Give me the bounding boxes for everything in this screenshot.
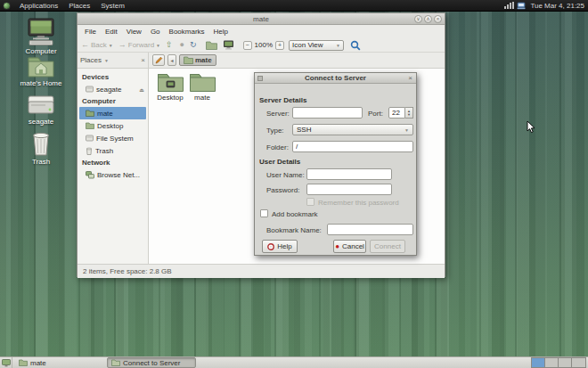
dialog-titlebar[interactable]: Connect to Server × (255, 73, 416, 84)
desktop-icon-computer[interactable]: Computer (9, 18, 73, 55)
file-mate-folder[interactable]: mate (186, 72, 218, 102)
path-button-mate[interactable]: mate (179, 54, 216, 66)
workspace-3[interactable] (559, 358, 572, 367)
close-icon[interactable]: × (434, 15, 442, 23)
sidebar-close-icon[interactable]: × (141, 56, 145, 64)
path-bar: ◂ mate (149, 53, 445, 68)
menu-bookmarks[interactable]: Bookmarks (165, 28, 209, 36)
eject-icon[interactable]: ⏏ (139, 86, 148, 93)
minimize-icon[interactable]: ∨ (414, 15, 422, 23)
network-signal-icon[interactable] (504, 2, 514, 9)
sidebar-item-browse-network[interactable]: Browse Net... (78, 168, 148, 181)
desktop-icon-trash[interactable]: Trash (9, 130, 73, 166)
toolbar: ← Back ▼ → Forward ▼ ⇧ ● ↻ (78, 38, 445, 53)
dialog-close-icon[interactable]: × (408, 74, 416, 82)
file-desktop-folder[interactable]: Desktop (154, 72, 186, 102)
menu-system[interactable]: System (95, 0, 130, 12)
back-button[interactable]: ← Back ▼ (81, 41, 113, 49)
add-bookmark-checkbox[interactable] (260, 209, 268, 217)
password-input[interactable] (306, 184, 392, 195)
network-small-icon (86, 171, 94, 179)
server-input[interactable] (292, 107, 363, 119)
location-row: Places ▼ × ◂ mate (78, 53, 445, 69)
show-desktop-button[interactable] (0, 357, 12, 368)
sidebar-item-trash[interactable]: Trash (78, 144, 148, 157)
password-label: Password: (266, 186, 299, 194)
port-input[interactable] (388, 107, 405, 119)
view-mode-select[interactable]: Icon View ▼ (289, 40, 344, 51)
type-select[interactable]: SSH ▼ (292, 124, 413, 135)
window-controls: ∨ ∧ × (414, 15, 445, 23)
zoom-out-button[interactable]: − (243, 41, 252, 50)
sidebar-item-label: Desktop (97, 122, 123, 130)
user-details-heading: User Details (259, 158, 300, 166)
sidebar-item-filesystem[interactable]: File System (78, 132, 148, 144)
username-input[interactable] (306, 168, 392, 180)
stop-button[interactable]: ● (180, 41, 184, 49)
add-bookmark-label: Add bookmark (272, 210, 318, 218)
window-titlebar[interactable]: mate ∨ ∧ × (78, 13, 445, 25)
folder-input[interactable] (292, 141, 413, 152)
drive-small-icon (86, 86, 94, 93)
zoom-in-button[interactable]: + (275, 41, 284, 50)
type-value: SSH (297, 126, 311, 134)
workspace-4[interactable] (572, 358, 585, 367)
menu-bar: File Edit View Go Bookmarks Help (78, 25, 445, 38)
computer-button[interactable] (223, 40, 234, 50)
clock[interactable]: Tue Mar 4, 21:25 (528, 2, 584, 10)
menu-places[interactable]: Places (63, 0, 95, 12)
connect-button[interactable]: Connect (370, 240, 405, 253)
sidebar-item-mate[interactable]: mate (79, 107, 146, 119)
network-connection-icon[interactable] (517, 2, 526, 10)
spin-down-icon[interactable]: ▼ (407, 113, 411, 117)
cancel-button[interactable]: ● Cancel (333, 240, 366, 253)
mate-menu-icon[interactable] (3, 2, 11, 10)
panel-tray: Tue Mar 4, 21:25 (504, 2, 588, 10)
menu-file[interactable]: File (80, 28, 101, 36)
show-desktop-icon (2, 359, 11, 367)
maximize-icon[interactable]: ∧ (424, 15, 432, 23)
username-label: User Name: (266, 171, 305, 179)
edit-location-button[interactable] (152, 54, 165, 66)
menu-view[interactable]: View (122, 28, 146, 36)
taskbar-item-mate[interactable]: mate (15, 357, 104, 368)
trash-small-icon (86, 147, 93, 155)
menu-go[interactable]: Go (146, 28, 165, 36)
taskbar-item-label: mate (30, 359, 46, 367)
trash-icon (29, 130, 53, 157)
up-button[interactable]: ⇧ (166, 41, 173, 49)
desktop-icon-home[interactable]: mate's Home (9, 55, 73, 87)
menu-edit[interactable]: Edit (101, 28, 122, 36)
view-mode-value: Icon View (292, 41, 323, 49)
help-button[interactable]: Help (262, 240, 298, 253)
mouse-cursor (527, 120, 535, 134)
desktop-icon-seagate[interactable]: seagate (9, 94, 73, 126)
workspace-2[interactable] (545, 358, 559, 367)
view-mode-caret-icon: ▼ (336, 43, 340, 48)
search-icon[interactable] (350, 40, 361, 51)
sidebar-header-caret-icon[interactable]: ▼ (104, 58, 109, 63)
taskbar-item-connect-to-server[interactable]: Connect to Server (107, 357, 196, 368)
workspace-switcher (531, 357, 586, 368)
reload-button[interactable]: ↻ (190, 41, 197, 49)
forward-button[interactable]: → Forward ▼ (118, 41, 160, 49)
bookmark-name-label: Bookmark Name: (266, 226, 322, 234)
home-icon (206, 41, 217, 50)
pencil-icon (155, 56, 163, 64)
menu-applications[interactable]: Applications (14, 0, 63, 12)
sidebar-item-label: mate (97, 110, 113, 118)
bookmark-name-input[interactable] (327, 224, 413, 235)
forward-icon: → (118, 41, 127, 49)
menu-help[interactable]: Help (209, 28, 233, 36)
port-spinner[interactable]: ▲▼ (405, 107, 413, 119)
folder-icon (184, 56, 193, 64)
sidebar-item-desktop[interactable]: Desktop (78, 119, 148, 132)
remember-password-label: Remember this password (318, 199, 399, 207)
remember-password-checkbox (306, 198, 314, 206)
path-button-label: mate (195, 56, 212, 64)
workspace-1[interactable] (532, 358, 545, 367)
home-button[interactable] (206, 41, 217, 50)
sidebar-item-seagate[interactable]: seagate ⏏ (78, 83, 148, 95)
path-scroll-left-button[interactable]: ◂ (167, 54, 176, 66)
drive-icon (26, 94, 56, 117)
